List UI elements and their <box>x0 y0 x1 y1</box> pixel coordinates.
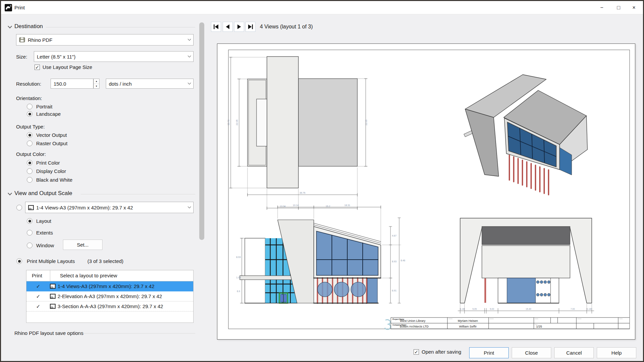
window-option-label: Window <box>36 243 54 248</box>
resolution-unit-select[interactable]: dots / inch <box>106 79 194 89</box>
cancel-button-label: Cancel <box>566 350 582 356</box>
resolution-label: Resolution: <box>16 81 41 87</box>
window-title: Print <box>14 5 25 10</box>
destination-header[interactable]: Destination <box>14 23 43 30</box>
previous-page-icon <box>224 24 231 30</box>
resolution-stepper[interactable]: ▲▼ <box>93 79 99 89</box>
dim-label: 4.67 <box>392 235 397 237</box>
radio-display-color[interactable] <box>27 168 32 174</box>
previous-page-button[interactable] <box>223 22 233 32</box>
col-print: Print <box>32 273 42 278</box>
dim-label: 35.70 <box>227 119 230 125</box>
dim-label: 10.14 <box>293 204 299 206</box>
col-select: Select a layout to preview <box>60 273 117 278</box>
divider <box>46 27 195 27</box>
divider <box>50 270 50 281</box>
radio-extents[interactable] <box>27 230 32 236</box>
viewport-value: 1-4 Views-A3 (297mm x 420mm): 29.7 x 42 <box>36 205 133 210</box>
resolution-unit: dots / inch <box>109 81 132 87</box>
last-page-button[interactable] <box>245 22 256 32</box>
print-preview-sheet: 35.70 22.05 22.05 35.75 13.34 15.2 <box>217 43 635 340</box>
close-button[interactable]: × <box>626 1 642 14</box>
dim-label: 8.93 <box>392 260 397 263</box>
landscape-label: Landscape <box>36 111 61 117</box>
display-color-label: Display Color <box>36 168 66 174</box>
chevron-down-icon[interactable] <box>8 191 12 195</box>
title-block: Project Name West Union Library Company … <box>385 318 630 330</box>
dim-label: 22.05 <box>236 119 238 125</box>
cancel-button[interactable]: Cancel <box>554 347 594 358</box>
approver-name: William Seffir <box>459 325 477 328</box>
layout-table: Print Select a layout to preview ✓ 1-4 V… <box>26 270 194 323</box>
print-multiple-label: Print Multiple Layouts <box>27 258 75 264</box>
extents-label: Extents <box>36 230 53 236</box>
save-options-link[interactable]: Rhino PDF layout save options <box>14 330 83 336</box>
section-view-drawing: 1.18 5.05 5.00 15.40 7.00 1.18 <box>458 218 594 313</box>
radio-raster-output[interactable] <box>27 141 32 146</box>
table-row[interactable]: ✓ 2-Elevation A-A3 (297mm x 420mm): 29.7… <box>26 291 193 301</box>
elevation-view-drawing: 10.14 18.31 4.67 8.93 6.91 8.46 8.93 1.0… <box>236 204 405 303</box>
radio-landscape[interactable] <box>27 111 32 117</box>
layout-row-label: 2-Elevation A-A3 (297mm x 420mm): 29.7 x… <box>58 293 162 299</box>
radio-viewport[interactable] <box>16 205 22 210</box>
set-button-label: Set... <box>77 242 88 248</box>
radio-window[interactable] <box>27 243 32 248</box>
open-after-saving-checkbox[interactable]: ✓ <box>414 349 419 355</box>
minimize-button[interactable]: − <box>594 1 610 14</box>
layout-page-icon <box>50 304 56 309</box>
use-layout-page-size-checkbox[interactable]: ✓ <box>34 65 40 70</box>
dim-label: 6.9 <box>237 290 240 292</box>
size-label: Size: <box>16 54 27 60</box>
print-button-label: Print <box>484 350 494 356</box>
check-icon[interactable]: ✓ <box>26 293 50 299</box>
check-icon[interactable]: ✓ <box>26 303 50 309</box>
print-dialog: 8 Print − □ × Destination Rhino PDF Size… <box>0 0 644 362</box>
radio-print-color[interactable] <box>27 160 32 166</box>
printer-select[interactable]: Rhino PDF <box>16 34 194 46</box>
perspective-view-drawing <box>464 75 587 195</box>
radio-layout[interactable] <box>27 218 32 224</box>
layout-drawing: 35.70 22.05 22.05 35.75 13.34 15.2 <box>217 44 636 340</box>
designer-name: Myriam Heisen <box>458 319 478 323</box>
chevron-down-icon <box>188 54 191 57</box>
size-select[interactable]: Letter (8.5" x 11") <box>34 51 194 62</box>
dim-label: 8.93 <box>236 256 241 258</box>
dim-label: 8.46 <box>401 259 405 262</box>
orientation-label: Orientation: <box>16 95 42 101</box>
check-icon: ✓ <box>414 349 418 355</box>
plan-view-drawing: 35.70 22.05 22.05 35.75 13.34 15.2 <box>227 57 367 210</box>
radio-black-and-white[interactable] <box>27 177 32 183</box>
portrait-label: Portrait <box>36 104 52 109</box>
next-page-button[interactable] <box>234 22 244 32</box>
layout-label: Layout <box>36 218 51 224</box>
resolution-input[interactable]: 150.0 <box>51 79 93 89</box>
print-button[interactable]: Print <box>469 347 509 358</box>
check-icon: ✓ <box>35 65 39 70</box>
chevron-down-icon <box>188 37 191 40</box>
chevron-down-icon <box>188 205 191 208</box>
table-header: Print Select a layout to preview <box>26 270 193 281</box>
check-icon[interactable]: ✓ <box>26 283 50 289</box>
dim-label: 1.05 <box>236 276 241 279</box>
layout-page-icon <box>28 205 34 210</box>
maximize-button[interactable]: □ <box>611 1 626 14</box>
radio-vector-output[interactable] <box>27 132 32 138</box>
radio-portrait[interactable] <box>27 104 32 109</box>
view-scale-header[interactable]: View and Output Scale <box>14 190 72 197</box>
sheet-scale: 1/25 <box>536 325 542 328</box>
chevron-down-icon[interactable] <box>8 24 12 28</box>
viewport-select[interactable]: 1-4 Views-A3 (297mm x 420mm): 29.7 x 42 <box>25 202 194 213</box>
preview-status: 4 Views (layout 1 of 3) <box>260 24 313 30</box>
titlebar[interactable]: 8 Print − □ × <box>1 1 643 14</box>
panel-scrollbar[interactable] <box>199 22 204 240</box>
use-layout-page-size-label: Use Layout Page Size <box>43 64 92 70</box>
selection-count: (3 of 3 selected) <box>87 258 124 264</box>
close-dialog-button[interactable]: Close <box>512 347 551 358</box>
set-button[interactable]: Set... <box>63 240 102 250</box>
company-logo <box>385 320 390 330</box>
table-row[interactable]: ✓ 1-4 Views-A3 (297mm x 420mm): 29.7 x 4… <box>26 281 193 291</box>
radio-print-multiple-layouts[interactable] <box>16 258 22 264</box>
first-page-button[interactable] <box>211 22 221 32</box>
help-button[interactable]: Help <box>597 347 636 358</box>
table-row[interactable]: ✓ 3-Section A-A-A3 (297mm x 420mm): 29.7… <box>26 301 193 311</box>
